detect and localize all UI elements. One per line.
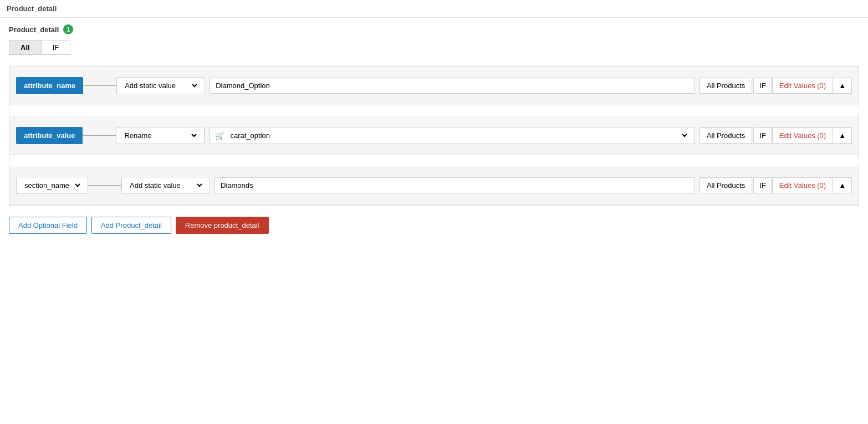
action-dropdown-row3[interactable]: Add static value Rename Add prefix Add s… <box>121 177 210 194</box>
collapse-btn-row3[interactable]: ▲ <box>833 177 852 193</box>
action-dropdown-row1[interactable]: Add static value Rename Add prefix Add s… <box>116 77 205 94</box>
edit-values-btn-row2[interactable]: Edit Values (0) <box>772 127 833 144</box>
if-btn-row1[interactable]: IF <box>753 78 772 94</box>
if-btn-row3[interactable]: IF <box>753 177 772 193</box>
table-row: attribute_name Add static value Rename A… <box>9 67 859 105</box>
add-optional-field-button[interactable]: Add Optional Field <box>9 217 87 234</box>
collapse-btn-row1[interactable]: ▲ <box>833 78 852 94</box>
all-products-btn-row2[interactable]: All Products <box>699 127 752 144</box>
section-name-select[interactable]: section_name attribute_name attribute_va… <box>22 181 82 190</box>
tab-all[interactable]: All <box>9 40 41 55</box>
remove-product-detail-button[interactable]: Remove product_detail <box>176 217 269 234</box>
value-input-row3[interactable] <box>215 177 695 193</box>
field-label-attribute-value: attribute_value <box>16 127 83 144</box>
section-badge: 1 <box>63 24 73 34</box>
connector-line-3 <box>88 185 121 186</box>
edit-values-btn-row1[interactable]: Edit Values (0) <box>772 78 833 94</box>
tab-if[interactable]: IF <box>41 40 71 55</box>
value-select-row2[interactable]: carat_option diamond_option other_option <box>228 131 688 140</box>
connector-line-1 <box>83 85 116 86</box>
connector-line-2 <box>83 135 116 136</box>
all-products-btn-row1[interactable]: All Products <box>699 78 752 94</box>
action-dropdown-row2[interactable]: Rename Add static value Add prefix Add s… <box>116 127 205 144</box>
edit-values-group-row1: Edit Values (0) ▲ <box>772 78 852 94</box>
edit-values-btn-row3[interactable]: Edit Values (0) <box>772 177 833 193</box>
if-btn-row2[interactable]: IF <box>753 127 772 144</box>
action-select-row3[interactable]: Add static value Rename Add prefix Add s… <box>127 181 204 190</box>
fields-container: attribute_name Add static value Rename A… <box>9 66 859 206</box>
spacer-1 <box>9 105 859 116</box>
add-product-detail-button[interactable]: Add Product_detail <box>91 217 171 234</box>
action-select-row1[interactable]: Add static value Rename Add prefix Add s… <box>122 81 199 90</box>
all-products-btn-row3[interactable]: All Products <box>699 177 752 193</box>
page-title: Product_detail <box>0 0 868 18</box>
cart-icon: 🛒 <box>215 131 224 140</box>
action-select-row2[interactable]: Rename Add static value Add prefix Add s… <box>122 131 198 140</box>
section-label: Product_detail <box>9 25 59 34</box>
spacer-2 <box>9 155 859 166</box>
collapse-btn-row2[interactable]: ▲ <box>833 127 852 144</box>
filter-tabs: All IF <box>9 40 859 55</box>
table-row: attribute_value Rename Add static value … <box>9 116 859 155</box>
value-input-row1[interactable] <box>210 78 695 94</box>
table-row: section_name attribute_name attribute_va… <box>9 166 859 205</box>
field-label-section-name[interactable]: section_name attribute_name attribute_va… <box>16 177 88 194</box>
value-dropdown-row2[interactable]: 🛒 carat_option diamond_option other_opti… <box>209 127 695 144</box>
footer-buttons: Add Optional Field Add Product_detail Re… <box>9 206 859 239</box>
field-label-attribute-name: attribute_name <box>16 77 83 94</box>
edit-values-group-row3: Edit Values (0) ▲ <box>772 177 852 193</box>
edit-values-group-row2: Edit Values (0) ▲ <box>772 127 852 144</box>
